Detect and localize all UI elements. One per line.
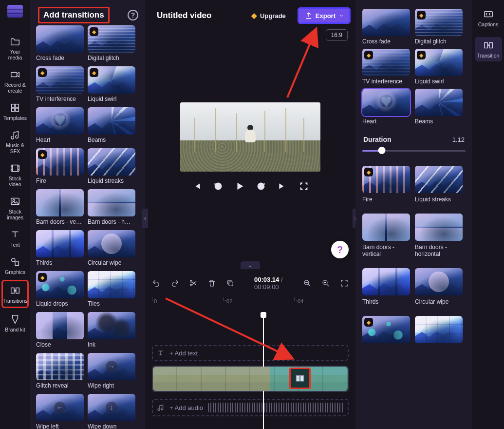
nav-transitions[interactable]: Transitions: [1, 280, 29, 308]
transition-barn-doors-h-[interactable]: Barn doors - h…: [88, 189, 135, 225]
transition-label: Barn doors - h…: [88, 218, 135, 225]
transition-liquid-swirl[interactable]: ◆Liquid swirl: [415, 49, 464, 85]
duplicate-button[interactable]: [226, 278, 235, 288]
transition-liquid-drops[interactable]: ◆Liquid drops: [36, 271, 84, 307]
fullscreen-button[interactable]: [299, 181, 309, 192]
split-button[interactable]: [189, 278, 198, 288]
transition-barn-doors-horizontal[interactable]: Barn doors - horizontal: [415, 214, 464, 264]
transition-beams[interactable]: Beams: [88, 107, 135, 143]
timeline-ruler[interactable]: 0 :02 :04: [152, 298, 349, 310]
transition-wipe-down[interactable]: Wipe down: [88, 394, 135, 429]
transition-label: Barn doors - horizontal: [415, 244, 464, 257]
redo-button[interactable]: [170, 278, 179, 288]
nav-brandkit[interactable]: Brand kit: [1, 310, 29, 335]
transition-label: Circular wipe: [88, 259, 135, 266]
transition-liquid-streaks[interactable]: Liquid streaks: [88, 148, 135, 184]
nav-stockvideo[interactable]: Stock video: [1, 159, 29, 190]
upgrade-label: Upgrade: [260, 12, 286, 20]
nav-graphics[interactable]: Graphics: [1, 253, 29, 278]
transition-thirds[interactable]: Thirds: [36, 230, 84, 266]
video-track[interactable]: [152, 366, 349, 392]
chevron-down-icon: [338, 13, 344, 19]
transition-liquid-streaks[interactable]: Liquid streaks: [415, 166, 464, 210]
svg-rect-4: [16, 108, 19, 111]
svg-rect-18: [484, 43, 487, 48]
transition-thirds[interactable]: Thirds: [362, 268, 411, 312]
transition-label: Liquid streaks: [415, 196, 464, 203]
rewind-5-button[interactable]: [213, 181, 224, 192]
transition-circular-wipe[interactable]: Circular wipe: [415, 268, 464, 312]
transition-label: Glitch reveal: [36, 382, 84, 389]
upload-icon: [305, 12, 313, 20]
export-label: Export: [316, 12, 336, 20]
svg-rect-1: [12, 104, 15, 107]
audio-track-placeholder[interactable]: + Add audio: [152, 399, 349, 416]
transition-cross-fade[interactable]: Cross fade: [362, 9, 411, 45]
transition-barn-doors-vertical[interactable]: Barn doors - vertical: [362, 214, 411, 264]
transition-fire[interactable]: ◆Fire: [36, 148, 84, 184]
play-button[interactable]: [234, 181, 245, 192]
delete-button[interactable]: [207, 278, 216, 288]
undo-button[interactable]: [152, 278, 161, 288]
zoom-out-button[interactable]: [303, 278, 312, 288]
timeline: 00:03.14 / 00:09.00 0 :02 :04 + Add text: [145, 271, 355, 429]
nav-text[interactable]: Text: [1, 225, 29, 251]
zoom-in-button[interactable]: [321, 278, 330, 288]
templates-icon: [10, 102, 20, 113]
help-bubble-button[interactable]: ?: [331, 241, 349, 258]
transition-ink[interactable]: Ink: [88, 312, 135, 348]
svg-rect-14: [229, 282, 233, 286]
playback-controls: [145, 176, 355, 196]
export-button[interactable]: Export: [298, 7, 351, 24]
transition-barn-doors-ve-[interactable]: Barn doors - ve…: [36, 189, 84, 225]
premium-icon: ◆: [38, 68, 47, 77]
skip-start-button[interactable]: [191, 181, 202, 192]
transition-glitch-reveal[interactable]: Glitch reveal: [36, 353, 84, 389]
duration-value: 1.12: [452, 136, 465, 143]
duration-slider[interactable]: [362, 146, 466, 155]
timeline-expand-handle[interactable]: ⌄: [241, 261, 260, 269]
transition-heart[interactable]: Heart: [362, 89, 411, 125]
document-title[interactable]: Untitled video: [157, 11, 211, 20]
nav-music[interactable]: Music & SFX: [1, 126, 29, 157]
transition-cross-fade[interactable]: Cross fade: [36, 25, 84, 61]
transition-wipe-right[interactable]: Wipe right: [88, 353, 135, 389]
help-icon[interactable]: ?: [128, 10, 138, 20]
svg-rect-9: [15, 262, 19, 265]
applied-transition-handle[interactable]: [289, 368, 311, 389]
skip-end-button[interactable]: [277, 181, 288, 192]
transition-liquid-swirl[interactable]: ◆Liquid swirl: [88, 66, 135, 102]
transition-item[interactable]: ◆: [362, 316, 411, 353]
transition-fire[interactable]: ◆Fire: [362, 166, 411, 210]
nav-templates[interactable]: Templates: [1, 98, 29, 124]
transition-wipe-left[interactable]: Wipe left: [36, 394, 84, 429]
transition-close[interactable]: Close: [36, 312, 84, 348]
right-tab-cc[interactable]: Captions: [475, 6, 502, 30]
aspect-ratio-selector[interactable]: 16:9: [326, 29, 348, 41]
transition-tv-interference[interactable]: ◆TV interference: [36, 66, 84, 102]
transition-circular-wipe[interactable]: Circular wipe: [88, 230, 135, 266]
transition-digital-glitch[interactable]: ◆Digital glitch: [88, 25, 135, 61]
nav-folder[interactable]: Your media: [1, 32, 29, 63]
transition-heart[interactable]: Heart: [36, 107, 84, 143]
record-icon: [10, 69, 20, 80]
cloud-sync-disabled-icon[interactable]: [218, 13, 228, 18]
right-tab-transition[interactable]: Transition: [475, 37, 502, 61]
transition-label: Wipe left: [36, 423, 84, 429]
zoom-fit-button[interactable]: [340, 278, 349, 288]
upgrade-button[interactable]: ◆ Upgrade: [246, 9, 291, 22]
transition-tiles[interactable]: Tiles: [88, 271, 135, 307]
nav-record[interactable]: Record & create: [1, 65, 29, 97]
transition-beams[interactable]: Beams: [415, 89, 464, 125]
transition-label: Tiles: [88, 300, 135, 307]
transition-label: Cross fade: [36, 55, 84, 61]
text-track-placeholder[interactable]: + Add text: [152, 345, 349, 361]
text-icon: [10, 229, 20, 240]
collapse-left-handle[interactable]: ‹: [142, 209, 148, 228]
nav-stockimages[interactable]: Stock images: [1, 192, 29, 223]
transition-item[interactable]: [415, 316, 464, 353]
forward-5-button[interactable]: [256, 181, 266, 192]
transitions-panel: Add transitions ? Cross fade◆Digital gli…: [30, 0, 145, 429]
transition-digital-glitch[interactable]: ◆Digital glitch: [415, 9, 464, 45]
transition-tv-interference[interactable]: ◆TV interference: [362, 49, 411, 85]
